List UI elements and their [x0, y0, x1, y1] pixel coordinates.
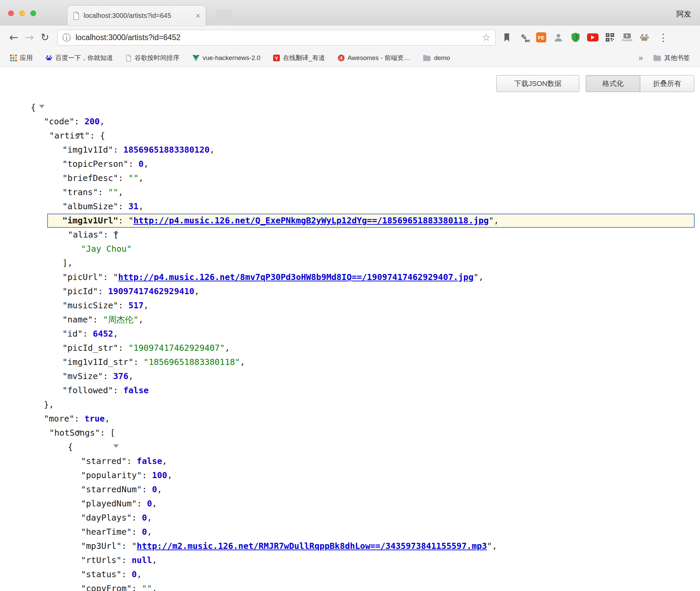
json-token: "Jay Chou"	[81, 244, 132, 254]
json-token: :	[132, 527, 142, 537]
extensions-area: ✎ en FE PLAYER	[501, 31, 669, 43]
json-token: "more"	[44, 414, 74, 424]
window-controls	[8, 10, 36, 16]
bookmark-star-icon[interactable]: ☆	[482, 33, 491, 42]
format-button[interactable]: 格式化	[586, 75, 640, 92]
fehelper-extension-icon[interactable]: FE	[535, 31, 547, 43]
json-token: ],	[62, 258, 72, 268]
zoom-window-button[interactable]	[30, 10, 36, 16]
player-icon	[623, 33, 631, 38]
json-token: "img1v1Url"	[62, 216, 118, 225]
json-url-link[interactable]: http://p4.music.126.net/8mv7qP30Pd3oHW8b…	[118, 272, 474, 282]
json-line: "starred": false,	[0, 454, 700, 468]
new-tab-button[interactable]	[213, 10, 233, 26]
qrcode-extension-icon[interactable]	[604, 31, 616, 43]
json-token: :	[74, 117, 84, 126]
play-icon	[591, 35, 594, 39]
json-token: :	[121, 541, 132, 551]
browser-tab[interactable]: localhost:3000/artists?id=645 ×	[67, 6, 206, 26]
json-token: 100	[152, 470, 167, 480]
json-line: "playedNum": 0,	[0, 497, 700, 511]
profile-name[interactable]: 阿发	[676, 9, 691, 19]
bookmark-label: 应用	[20, 54, 33, 62]
json-line: "albumSize": 31,	[0, 199, 700, 214]
address-bar[interactable]: ⓘ localhost:3000/artists?id=6452 ☆	[57, 30, 496, 45]
download-json-button[interactable]: 下载JSON数据	[496, 75, 579, 92]
user-extension-icon[interactable]	[553, 31, 564, 43]
json-token: :	[93, 315, 103, 324]
json-token: "rtUrls"	[81, 555, 121, 565]
bookmark-apps[interactable]: 应用	[10, 54, 33, 62]
json-token: "briefDesc"	[62, 173, 118, 183]
shield-extension-icon[interactable]	[570, 31, 581, 43]
json-token: ""	[108, 187, 118, 197]
json-token: ,	[162, 456, 167, 466]
youtube-icon	[587, 33, 599, 41]
page-icon	[73, 12, 80, 20]
tab-close-icon[interactable]: ×	[196, 12, 200, 20]
json-token: :	[103, 371, 113, 381]
paw-icon	[640, 33, 649, 42]
json-token: 0	[142, 513, 147, 523]
paw-extension-icon[interactable]	[639, 31, 650, 43]
browser-menu-icon[interactable]: ⋮	[658, 32, 669, 43]
minimize-window-button[interactable]	[19, 10, 25, 16]
player-extension-icon[interactable]: PLAYER	[621, 31, 633, 43]
player-label: PLAYER	[622, 39, 633, 42]
bookmark-awesomes[interactable]: A Awesomes - 前端资…	[338, 54, 410, 62]
json-line: "hotSongs": [	[0, 426, 700, 440]
json-token: ,	[139, 201, 144, 211]
json-token: :	[134, 357, 144, 367]
shield-icon	[571, 32, 580, 42]
json-line: "code": 200,	[0, 115, 700, 129]
json-url-link[interactable]: http://m2.music.126.net/RMJR7wDullRqppBk…	[137, 541, 487, 551]
close-window-button[interactable]	[8, 10, 14, 16]
json-token: "popularity"	[81, 470, 142, 480]
reload-icon[interactable]: ↻	[37, 32, 53, 42]
json-line-highlighted: "img1v1Url": "http://p4.music.126.net/Q_…	[0, 214, 700, 228]
json-token: 0	[139, 159, 144, 169]
json-token: ",	[487, 541, 497, 551]
json-token: : {	[90, 131, 105, 141]
json-token: :	[113, 145, 123, 155]
forward-icon[interactable]: →	[22, 32, 37, 43]
json-line: "starredNum": 0,	[0, 483, 700, 497]
json-token: "followed"	[62, 385, 113, 395]
back-icon[interactable]: ←	[6, 32, 22, 43]
json-token: :	[142, 470, 152, 480]
flag-extension-icon[interactable]	[501, 31, 513, 43]
json-line: "followed": false	[0, 383, 700, 398]
bookmark-google-sort[interactable]: 谷歌按时间排序	[126, 54, 179, 62]
site-info-icon[interactable]: ⓘ	[62, 33, 71, 42]
navigation-bar: ← → ↻ ⓘ localhost:3000/artists?id=6452 ☆…	[0, 26, 700, 49]
bookmark-baidu[interactable]: 百度一下，你就知道	[46, 54, 113, 62]
person-icon	[554, 33, 563, 42]
json-token: ,	[152, 555, 157, 565]
youtube-extension-icon[interactable]	[587, 31, 599, 43]
other-bookmarks-folder[interactable]: 其他书签	[653, 54, 690, 62]
json-token: "topicPerson"	[62, 159, 128, 169]
json-token: ,	[157, 485, 162, 494]
page-icon	[126, 55, 132, 62]
json-token: 517	[128, 301, 144, 310]
translate-extension-icon[interactable]: ✎ en	[518, 31, 530, 43]
json-token: :	[118, 201, 128, 211]
bookmark-youdao[interactable]: Y 在线翻译_有道	[273, 54, 325, 62]
json-token: ,	[139, 315, 144, 324]
bookmark-folder-demo[interactable]: demo	[423, 54, 450, 62]
url-text[interactable]: localhost:3000/artists?id=6452	[76, 33, 482, 42]
json-line: "briefDesc": "",	[0, 171, 700, 185]
json-token: "picUrl"	[62, 272, 103, 282]
awesomes-icon: A	[338, 55, 345, 61]
json-token: ",	[473, 272, 484, 282]
tab-title: localhost:3000/artists?id=645	[84, 12, 193, 20]
bookmark-vue-hackernews[interactable]: vue-hackernews-2.0	[192, 54, 260, 62]
json-token: :	[103, 272, 113, 282]
json-token: 200	[84, 117, 99, 126]
json-token: 31	[128, 201, 139, 211]
bookmarks-overflow-icon[interactable]: »	[639, 53, 643, 63]
json-url-link[interactable]: http://p4.music.126.net/Q_ExePNkmgB2yWyL…	[134, 216, 489, 225]
json-token: ,	[167, 470, 172, 480]
json-token: "playedNum"	[81, 499, 137, 508]
collapse-all-button[interactable]: 折叠所有	[640, 75, 694, 92]
